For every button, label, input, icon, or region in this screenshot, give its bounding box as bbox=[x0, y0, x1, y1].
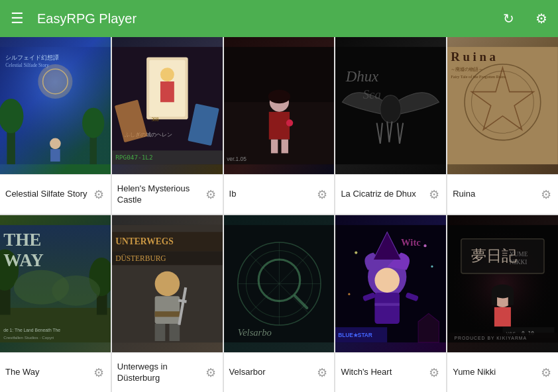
svg-point-85 bbox=[355, 252, 358, 254]
svg-rect-102 bbox=[492, 291, 497, 305]
svg-point-9 bbox=[50, 138, 61, 149]
svg-rect-103 bbox=[508, 291, 514, 305]
game-title-helen: Helen's Mysterious Castle bbox=[117, 183, 204, 206]
game-settings-yume[interactable]: ⚙ bbox=[539, 364, 553, 381]
game-thumbnail-velsarbor[interactable]: Velsarbo bbox=[224, 215, 335, 352]
svg-text:308: 308 bbox=[151, 117, 158, 122]
game-title-theway: The Way bbox=[5, 367, 92, 378]
svg-rect-81 bbox=[375, 293, 400, 324]
svg-text:NIKKI: NIKKI bbox=[510, 259, 528, 266]
svg-text:Witc: Witc bbox=[401, 237, 421, 248]
svg-rect-104 bbox=[494, 307, 511, 326]
svg-text:Sca: Sca bbox=[363, 87, 381, 101]
svg-point-28 bbox=[268, 90, 290, 104]
svg-text:Celestial Silfade Story: Celestial Silfade Story bbox=[5, 63, 49, 68]
game-label-celestial: Celestial Silfate Story ⚙ bbox=[0, 174, 111, 214]
game-title-ib: Ib bbox=[229, 189, 316, 200]
app-title: EasyRPG Player bbox=[37, 11, 490, 26]
svg-point-29 bbox=[286, 119, 292, 126]
svg-rect-84 bbox=[375, 303, 400, 306]
svg-text:THE: THE bbox=[3, 230, 41, 250]
svg-point-86 bbox=[424, 244, 427, 247]
svg-rect-62 bbox=[154, 296, 180, 324]
game-label-theway: The Way ⚙ bbox=[0, 352, 111, 392]
game-card-unterwegs: UNTERWEGS DÜSTERBURG Unterwegs in Düster… bbox=[112, 215, 223, 392]
game-label-witch: Witch's Heart ⚙ bbox=[335, 352, 446, 392]
svg-text:Velsarbo: Velsarbo bbox=[237, 327, 271, 338]
game-label-ruina: Ruina ⚙ bbox=[447, 174, 558, 214]
game-title-velsarbor: Velsarbor bbox=[229, 367, 316, 378]
game-title-yume: Yume Nikki bbox=[453, 367, 539, 378]
game-settings-ib[interactable]: ⚙ bbox=[315, 186, 329, 203]
game-thumbnail-theway[interactable]: THE WAY de 1: The Land Beneath The Crest… bbox=[0, 215, 111, 352]
topbar: ☰ EasyRPG Player ↻ ⚙ bbox=[0, 0, 558, 37]
game-title-unterwegs: Unterwegs in Düsterburg bbox=[117, 362, 204, 384]
game-card-ruina: R u i n a ～廃墟の物語～ Fairy Tale of the Forg… bbox=[447, 37, 558, 214]
game-title-cicatriz: La Cicatriz de Dhux bbox=[341, 189, 427, 200]
svg-point-80 bbox=[375, 268, 400, 293]
game-thumbnail-witch[interactable]: BLUE★STAR Witc bbox=[335, 215, 446, 352]
game-thumbnail-celestial[interactable]: シルフェイド幻想譚 Celestial Silfade Story bbox=[0, 37, 111, 174]
game-settings-witch[interactable]: ⚙ bbox=[427, 364, 441, 381]
game-card-theway: THE WAY de 1: The Land Beneath The Crest… bbox=[0, 215, 111, 392]
svg-point-88 bbox=[349, 293, 351, 295]
game-title-celestial: Celestial Silfate Story bbox=[5, 189, 92, 200]
svg-text:Dhux: Dhux bbox=[345, 68, 379, 85]
svg-text:ver.1.05: ver.1.05 bbox=[227, 156, 247, 162]
game-settings-helen[interactable]: ⚙ bbox=[204, 186, 217, 203]
svg-rect-64 bbox=[154, 324, 165, 341]
svg-point-50 bbox=[52, 275, 100, 306]
game-settings-unterwegs[interactable]: ⚙ bbox=[204, 364, 217, 381]
game-thumbnail-unterwegs[interactable]: UNTERWEGS DÜSTERBURG bbox=[112, 215, 223, 352]
game-thumbnail-helen[interactable]: 308 ふしぎの城のヘレン RPG047-1L2 bbox=[112, 37, 223, 174]
menu-icon[interactable]: ☰ bbox=[11, 10, 24, 27]
svg-point-32 bbox=[380, 95, 401, 123]
game-settings-ruina[interactable]: ⚙ bbox=[539, 186, 553, 203]
game-thumbnail-ruina[interactable]: R u i n a ～廃墟の物語～ Fairy Tale of the Forg… bbox=[447, 37, 558, 174]
refresh-icon[interactable]: ↻ bbox=[503, 11, 514, 26]
settings-icon[interactable]: ⚙ bbox=[535, 11, 547, 26]
game-label-ib: Ib ⚙ bbox=[224, 174, 335, 214]
svg-text:Fairy Tale of the Forgotten Ru: Fairy Tale of the Forgotten Ruins bbox=[451, 74, 506, 79]
game-settings-celestial[interactable]: ⚙ bbox=[92, 186, 105, 203]
game-title-ruina: Ruina bbox=[453, 189, 539, 200]
svg-text:UNTERWEGS: UNTERWEGS bbox=[115, 236, 174, 246]
game-thumbnail-yume[interactable]: 夢日記 YUME NIKKI ver. 0.10 PRODUCED BY KIK… bbox=[447, 215, 558, 352]
game-card-velsarbor: Velsarbo Velsarbor ⚙ bbox=[224, 215, 335, 392]
game-card-ib: ver.1.05 Ib ⚙ bbox=[224, 37, 335, 214]
game-title-witch: Witch's Heart bbox=[341, 367, 427, 378]
game-label-unterwegs: Unterwegs in Düsterburg ⚙ bbox=[112, 352, 223, 392]
svg-rect-15 bbox=[160, 81, 174, 102]
game-card-witch: BLUE★STAR Witc Witch's Heart ⚙ bbox=[335, 215, 446, 392]
game-label-helen: Helen's Mysterious Castle ⚙ bbox=[112, 174, 223, 214]
game-thumbnail-cicatriz[interactable]: Dhux Sca bbox=[335, 37, 446, 174]
game-settings-theway[interactable]: ⚙ bbox=[92, 364, 105, 381]
game-settings-velsarbor[interactable]: ⚙ bbox=[315, 364, 329, 381]
svg-rect-65 bbox=[169, 324, 180, 341]
svg-text:BLUE★STAR: BLUE★STAR bbox=[339, 332, 373, 338]
game-card-cicatriz: Dhux Sca La Cicatriz de Dhux ⚙ bbox=[335, 37, 446, 214]
game-label-yume: Yume Nikki ⚙ bbox=[447, 352, 558, 392]
game-thumbnail-ib[interactable]: ver.1.05 bbox=[224, 37, 335, 174]
svg-rect-63 bbox=[154, 311, 180, 317]
svg-text:シルフェイド幻想譚: シルフェイド幻想譚 bbox=[5, 54, 59, 61]
svg-text:RPG047-1L2: RPG047-1L2 bbox=[115, 154, 152, 161]
svg-text:～廃墟の物語～: ～廃墟の物語～ bbox=[451, 67, 483, 72]
game-grid: シルフェイド幻想譚 Celestial Silfade Story Celest… bbox=[0, 37, 558, 392]
game-label-velsarbor: Velsarbor ⚙ bbox=[224, 352, 335, 392]
svg-text:Crestfallen Studios - Copyri: Crestfallen Studios - Copyri bbox=[3, 335, 54, 340]
game-card-yume: 夢日記 YUME NIKKI ver. 0.10 PRODUCED BY KIK… bbox=[447, 215, 558, 392]
svg-text:PRODUCED BY KIKIYARMA: PRODUCED BY KIKIYARMA bbox=[455, 336, 528, 340]
svg-rect-27 bbox=[281, 140, 288, 154]
svg-text:de 1: The Land Beneath The: de 1: The Land Beneath The bbox=[3, 328, 60, 332]
svg-text:R u i n a: R u i n a bbox=[451, 50, 496, 64]
svg-rect-10 bbox=[50, 149, 60, 162]
game-card-helen: 308 ふしぎの城のヘレン RPG047-1L2 Helen's Mysteri… bbox=[112, 37, 223, 214]
svg-point-61 bbox=[154, 271, 180, 297]
svg-text:WAY: WAY bbox=[3, 250, 44, 270]
svg-point-87 bbox=[431, 266, 433, 268]
game-card-celestial: シルフェイド幻想譚 Celestial Silfade Story Celest… bbox=[0, 37, 111, 214]
game-settings-cicatriz[interactable]: ⚙ bbox=[427, 186, 441, 203]
svg-point-6 bbox=[82, 108, 104, 138]
svg-text:DÜSTERBURG: DÜSTERBURG bbox=[115, 254, 166, 262]
